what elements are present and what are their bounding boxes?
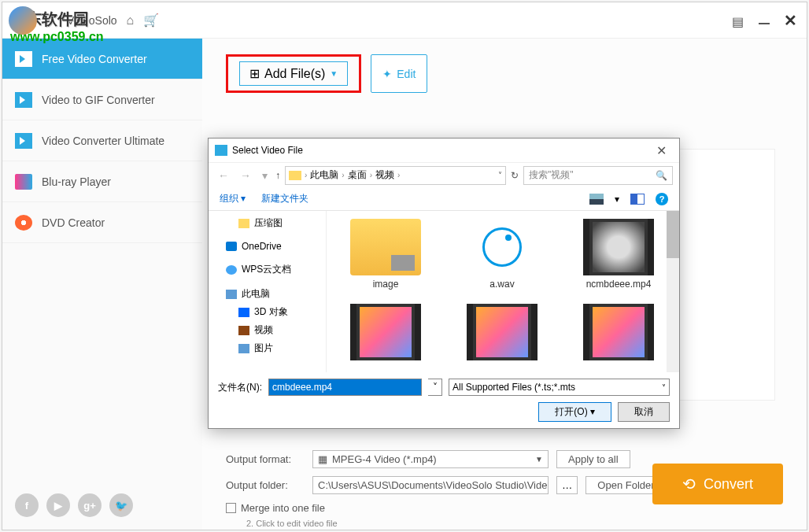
tree-item-wps[interactable]: WPS云文档 xyxy=(209,260,326,279)
organize-button[interactable]: 组织 ▾ xyxy=(220,192,246,205)
edit-button[interactable]: ✦ Edit xyxy=(371,54,427,93)
preview-pane-icon[interactable] xyxy=(630,194,645,205)
picture-icon xyxy=(238,344,249,353)
close-icon[interactable]: ✕ xyxy=(784,11,797,30)
scrollbar-thumb[interactable] xyxy=(667,211,679,258)
breadcrumb-item[interactable]: 此电脑 xyxy=(310,168,338,182)
refresh-icon[interactable]: ↻ xyxy=(511,170,519,181)
header-controls: ▤ ✕ xyxy=(732,11,797,30)
sidebar-item-label: Free Video Converter xyxy=(42,53,147,65)
view-dropdown-icon[interactable]: ▾ xyxy=(615,194,619,205)
file-label: image xyxy=(373,279,399,290)
format-icon: ▦ xyxy=(318,453,327,465)
tree-item-pictures[interactable]: 图片 xyxy=(209,339,326,357)
onedrive-icon xyxy=(226,242,237,251)
chevron-down-icon[interactable]: ˅ xyxy=(498,171,502,179)
breadcrumb-sep: › xyxy=(342,171,344,179)
star-icon: ✦ xyxy=(382,68,392,80)
file-item-audio[interactable]: a.wav xyxy=(451,219,553,290)
up-icon[interactable]: ↑ xyxy=(275,170,280,181)
tree-item-3d[interactable]: 3D 对象 xyxy=(209,303,326,321)
sidebar-item-free-converter[interactable]: Free Video Converter xyxy=(2,39,202,79)
dialog-close-icon[interactable]: ✕ xyxy=(650,143,673,158)
video-folder-icon xyxy=(238,326,249,335)
search-placeholder: 搜索"视频" xyxy=(529,168,574,182)
scrollbar[interactable] xyxy=(667,211,679,372)
breadcrumb-item[interactable]: 桌面 xyxy=(348,168,367,182)
cart-icon[interactable]: 🛒 xyxy=(143,13,159,28)
merge-checkbox[interactable] xyxy=(226,503,236,513)
chevron-down-icon: ˅ xyxy=(662,383,666,392)
output-format-select[interactable]: ▦ MPEG-4 Video (*.mp4) ▼ xyxy=(312,450,549,468)
help-icon[interactable]: ? xyxy=(656,193,668,205)
twitter-icon[interactable]: 🐦 xyxy=(109,493,133,517)
sidebar-item-label: Video Converter Ultimate xyxy=(42,135,164,147)
audio-thumb xyxy=(467,219,537,275)
search-input[interactable]: 搜索"视频" 🔍 xyxy=(523,166,673,185)
cancel-button[interactable]: 取消 xyxy=(618,402,670,422)
youtube-icon[interactable]: ▶ xyxy=(46,493,70,517)
home-icon[interactable]: ⌂ xyxy=(127,13,135,28)
bottom-controls: Output format: ▦ MPEG-4 Video (*.mp4) ▼ … xyxy=(226,450,783,514)
sidebar-item-dvd[interactable]: DVD Creator xyxy=(2,202,202,243)
file-label: ncmbdeee.mp4 xyxy=(586,279,652,290)
sidebar: Free Video Converter Video to GIF Conver… xyxy=(2,39,202,530)
sidebar-item-label: DVD Creator xyxy=(42,216,105,229)
menu-icon[interactable]: ▤ xyxy=(732,14,744,27)
forward-icon[interactable]: → xyxy=(237,168,254,183)
folder-icon xyxy=(289,171,301,180)
breadcrumb[interactable]: › 此电脑 › 桌面 › 视频 › ˅ xyxy=(285,166,506,185)
tree-item-onedrive[interactable]: OneDrive xyxy=(209,238,326,254)
chevron-down-icon[interactable]: ▼ xyxy=(330,69,338,78)
toolbar-right: ▾ ? xyxy=(589,193,668,205)
browse-button[interactable]: … xyxy=(556,476,578,494)
file-item-video[interactable] xyxy=(451,304,553,364)
new-folder-button[interactable]: 新建文件夹 xyxy=(261,192,308,205)
header: VideoSolo ⌂ 🛒 ▤ ✕ xyxy=(2,2,807,39)
convert-button[interactable]: ⟲ Convert xyxy=(652,464,783,504)
filename-dropdown-icon[interactable]: ˅ xyxy=(428,379,442,396)
sidebar-item-bluray[interactable]: Blu-ray Player xyxy=(2,161,202,202)
gif-icon xyxy=(15,92,32,108)
3d-icon xyxy=(238,308,249,317)
add-file-button[interactable]: ⊞ Add File(s) ▼ xyxy=(239,61,348,86)
filetype-value: All Supported Files (*.ts;*.mts xyxy=(453,382,575,393)
app-title: VideoSolo xyxy=(67,14,117,27)
convert-icon: ⟲ xyxy=(682,475,696,493)
file-item-video[interactable]: ncmbdeee.mp4 xyxy=(567,219,670,290)
tree-item-videos[interactable]: 视频 xyxy=(209,321,326,339)
filename-input[interactable]: cmbdeee.mp4 xyxy=(268,379,422,396)
merge-label: Merge into one file xyxy=(241,502,325,514)
sidebar-item-gif[interactable]: Video to GIF Converter xyxy=(2,79,202,120)
file-item-folder[interactable]: image xyxy=(334,219,437,290)
watermark-logo xyxy=(9,6,37,35)
dialog-app-icon xyxy=(215,145,227,156)
sidebar-item-ultimate[interactable]: Video Converter Ultimate xyxy=(2,120,202,161)
pc-icon xyxy=(226,290,237,299)
output-folder-path[interactable]: C:\Users\ASUS\Documents\VideoSolo Studio… xyxy=(312,476,549,494)
edit-label: Edit xyxy=(397,68,416,80)
tree-item-thispc[interactable]: 此电脑 xyxy=(209,285,326,303)
dialog-buttons: 打开(O) ▾ 取消 xyxy=(218,402,670,422)
ultimate-icon xyxy=(15,133,32,149)
file-label: a.wav xyxy=(489,279,514,290)
dialog-titlebar: Select Video File ✕ xyxy=(209,139,679,162)
apply-all-button[interactable]: Apply to all xyxy=(556,450,630,468)
view-icon[interactable] xyxy=(589,194,604,205)
sidebar-item-label: Blu-ray Player xyxy=(42,175,111,188)
minimize-icon[interactable] xyxy=(759,23,770,24)
breadcrumb-sep: › xyxy=(397,171,400,179)
breadcrumb-item[interactable]: 视频 xyxy=(375,168,394,182)
breadcrumb-sep: › xyxy=(370,171,372,179)
recent-dropdown-icon[interactable]: ▾ xyxy=(259,168,271,183)
file-item-video[interactable] xyxy=(567,304,670,364)
googleplus-icon[interactable]: g+ xyxy=(78,493,102,517)
output-folder-label: Output folder: xyxy=(226,479,305,491)
file-item-video[interactable] xyxy=(334,304,437,364)
back-icon[interactable]: ← xyxy=(215,168,232,183)
tree-item[interactable]: 压缩图 xyxy=(209,214,326,232)
dialog-footer: 文件名(N): cmbdeee.mp4 ˅ All Supported File… xyxy=(209,372,679,428)
filetype-select[interactable]: All Supported Files (*.ts;*.mts ˅ xyxy=(449,379,670,396)
open-button[interactable]: 打开(O) ▾ xyxy=(538,402,611,422)
facebook-icon[interactable]: f xyxy=(15,493,39,517)
